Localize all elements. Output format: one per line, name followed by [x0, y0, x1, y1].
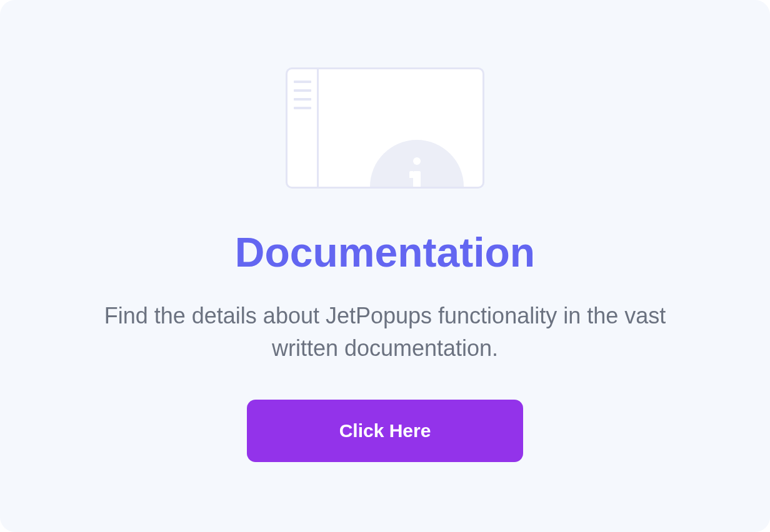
card-description: Find the details about JetPopups functio… — [91, 300, 679, 365]
illustration-main — [319, 69, 482, 187]
sidebar-line-icon — [294, 81, 311, 83]
info-icon — [370, 140, 464, 187]
sidebar-line-icon — [294, 107, 311, 109]
sidebar-line-icon — [294, 98, 311, 101]
sidebar-line-icon — [294, 89, 311, 92]
illustration-sidebar — [288, 69, 319, 187]
documentation-illustration — [286, 67, 484, 189]
click-here-button[interactable]: Click Here — [247, 400, 523, 462]
card-heading: Documentation — [235, 229, 535, 276]
documentation-card: Documentation Find the details about Jet… — [0, 0, 770, 532]
